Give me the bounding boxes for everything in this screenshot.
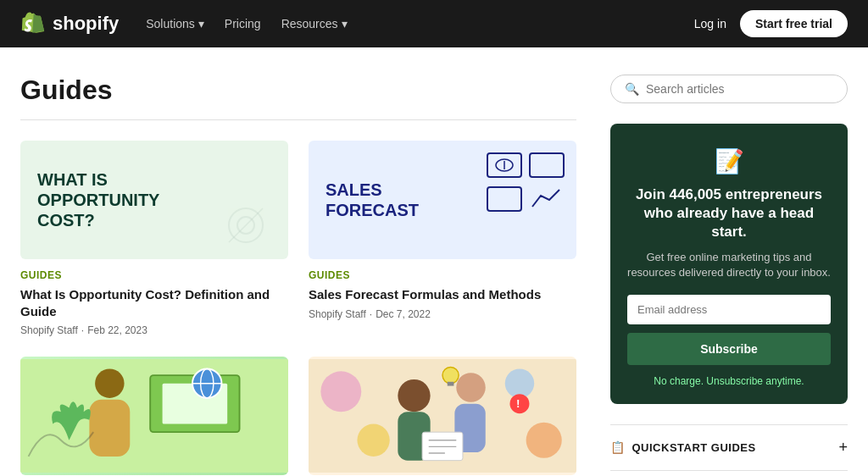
article-card[interactable]: SALES FORECAST Guides Sales Forec <box>309 141 576 336</box>
subscribe-button[interactable]: Subscribe <box>627 333 831 365</box>
article-image <box>20 357 288 475</box>
login-button[interactable]: Log in <box>694 17 726 30</box>
sidebar-section-quickstart[interactable]: 📋 QUICKSTART GUIDES + <box>610 424 848 470</box>
svg-point-20 <box>526 423 562 458</box>
article-date: Dec 7, 2022 <box>376 308 431 320</box>
email-input[interactable] <box>627 295 831 324</box>
separator: · <box>370 308 372 320</box>
nav-pricing[interactable]: Pricing <box>225 17 261 30</box>
nav-actions: Log in Start free trial <box>694 10 848 37</box>
card-decoration <box>212 200 280 251</box>
separator: · <box>81 324 84 336</box>
svg-text:!: ! <box>516 397 520 410</box>
article-title: What Is Opportunity Cost? Definition and… <box>20 286 288 319</box>
page-container: Guides WHAT IS OPPORTUNITY COST? Guides <box>0 47 868 476</box>
article-category: Guides <box>20 269 288 281</box>
divider <box>20 119 576 120</box>
newsletter-heading: Join 446,005 entrepreneurs who already h… <box>627 185 831 241</box>
svg-point-17 <box>320 371 361 412</box>
svg-point-21 <box>398 379 430 412</box>
svg-point-25 <box>442 368 459 384</box>
article-image: ! <box>309 357 576 475</box>
page-title: Guides <box>20 75 576 106</box>
search-input[interactable] <box>646 82 833 96</box>
article-category: Guides <box>309 269 576 281</box>
article-image: WHAT IS OPPORTUNITY COST? <box>20 141 288 259</box>
logo[interactable]: shopify <box>20 11 119 36</box>
nav-resources[interactable]: Resources ▾ <box>281 17 348 30</box>
article-date: Feb 22, 2023 <box>87 324 147 336</box>
newsletter-box: 📝 Join 446,005 entrepreneurs who already… <box>610 124 848 404</box>
start-trial-button[interactable]: Start free trial <box>740 10 848 37</box>
quickstart-label: QUICKSTART GUIDES <box>632 441 756 454</box>
chevron-down-icon: ▾ <box>198 17 204 30</box>
svg-point-14 <box>95 368 124 397</box>
article-title: Sales Forecast Formulas and Methods <box>309 286 576 303</box>
newsletter-icon: 📝 <box>627 147 831 175</box>
card-image-text: WHAT IS OPPORTUNITY COST? <box>37 169 178 230</box>
svg-rect-26 <box>448 382 454 386</box>
navbar: shopify Solutions ▾ Pricing Resources ▾ … <box>0 0 868 47</box>
no-charge-text: No charge. Unsubscribe anytime. <box>627 375 831 387</box>
nav-links: Solutions ▾ Pricing Resources ▾ <box>146 17 667 30</box>
svg-point-23 <box>456 373 485 401</box>
article-meta: Shopify Staff · Feb 22, 2023 <box>20 324 288 336</box>
svg-point-18 <box>357 424 389 457</box>
newsletter-subtext: Get free online marketing tips and resou… <box>627 250 831 280</box>
article-card[interactable]: WHAT IS OPPORTUNITY COST? Guides What Is… <box>20 141 288 336</box>
search-bar[interactable]: 🔍 <box>610 75 848 103</box>
expand-icon: + <box>838 439 848 457</box>
articles-grid: WHAT IS OPPORTUNITY COST? Guides What Is… <box>20 141 576 476</box>
article-author: Shopify Staff <box>20 324 78 336</box>
card-illustration <box>20 357 288 475</box>
search-icon: 🔍 <box>625 82 639 96</box>
sidebar-section-popular[interactable]: 🏆 POPULAR + <box>610 470 848 476</box>
article-meta: Shopify Staff · Dec 7, 2022 <box>309 308 576 320</box>
article-card[interactable]: ! Guides How To Write the Perfect Busine… <box>309 357 576 476</box>
nav-solutions[interactable]: Solutions ▾ <box>146 17 204 30</box>
card-decoration <box>483 149 568 217</box>
quickstart-icon: 📋 <box>610 440 626 454</box>
article-image: SALES FORECAST <box>309 141 576 259</box>
svg-rect-4 <box>530 153 564 177</box>
main-content: Guides WHAT IS OPPORTUNITY COST? Guides <box>20 75 576 476</box>
card-illustration: ! <box>309 357 576 475</box>
logo-text: shopify <box>53 13 119 35</box>
card-image-text: SALES FORECAST <box>326 180 466 220</box>
article-card[interactable]: Guides How To Start a Business in 11 Ste… <box>20 357 288 476</box>
sidebar: 🔍 📝 Join 446,005 entrepreneurs who alrea… <box>610 75 848 476</box>
svg-rect-5 <box>487 187 521 211</box>
svg-point-19 <box>505 368 534 397</box>
svg-rect-15 <box>89 400 130 457</box>
chevron-down-icon: ▾ <box>342 17 348 30</box>
article-author: Shopify Staff <box>309 308 366 320</box>
